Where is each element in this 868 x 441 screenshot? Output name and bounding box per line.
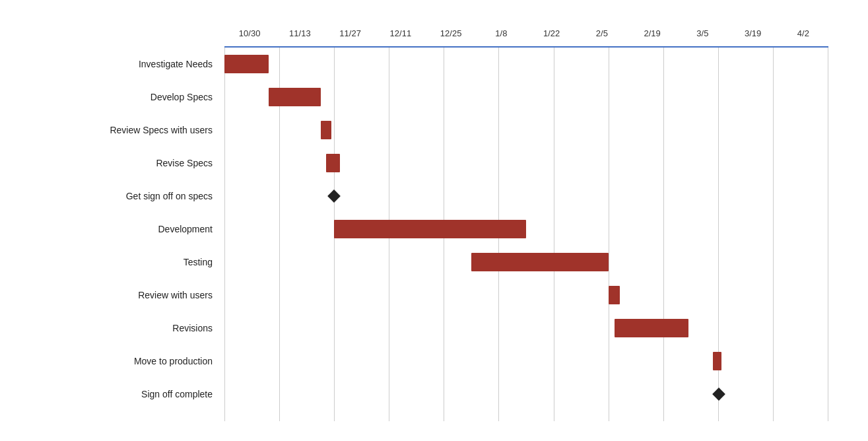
timeline-label-12-11: 12/11 xyxy=(376,28,426,38)
task-label-development: Development xyxy=(13,224,224,234)
task-bar-area-review-with-users xyxy=(224,279,828,312)
task-label-move-to-production: Move to production xyxy=(13,356,224,366)
bar-development xyxy=(334,220,526,238)
bar-revisions xyxy=(615,319,688,337)
timeline-label-3-19: 3/19 xyxy=(728,28,778,38)
timeline-label-12-25: 12/25 xyxy=(426,28,476,38)
bar-move-to-production xyxy=(713,352,721,370)
task-label-sign-off-specs: Get sign off on specs xyxy=(13,191,224,201)
timeline-label-11-13: 11/13 xyxy=(275,28,325,38)
tasks-area: Investigate NeedsDevelop SpecsReview Spe… xyxy=(13,48,828,421)
bar-testing xyxy=(471,253,609,271)
task-bar-area-review-specs-users xyxy=(224,114,828,147)
timeline-label-3-5: 3/5 xyxy=(677,28,727,38)
task-bar-area-move-to-production xyxy=(224,345,828,378)
milestone-sign-off-specs xyxy=(327,189,341,203)
task-row-revise-specs: Revise Specs xyxy=(13,147,828,180)
task-row-move-to-production: Move to production xyxy=(13,345,828,378)
bar-investigate-needs xyxy=(224,55,269,73)
gantt-chart: 10/3011/1311/2712/1112/251/81/222/52/193… xyxy=(0,0,868,441)
task-bar-area-sign-off-specs xyxy=(224,180,828,213)
task-row-review-specs-users: Review Specs with users xyxy=(13,114,828,147)
timeline-label-11-27: 11/27 xyxy=(325,28,376,38)
bar-revise-specs xyxy=(326,154,340,172)
task-row-testing: Testing xyxy=(13,246,828,279)
task-label-sign-off-complete: Sign off complete xyxy=(13,389,224,399)
timeline-header: 10/3011/1311/2712/1112/251/81/222/52/193… xyxy=(224,20,828,46)
bar-review-specs-users xyxy=(321,121,332,139)
task-bar-area-revise-specs xyxy=(224,147,828,180)
task-label-develop-specs: Develop Specs xyxy=(13,92,224,102)
task-bar-area-testing xyxy=(224,246,828,279)
timeline-label-2-19: 2/19 xyxy=(627,28,677,38)
timeline-labels: 10/3011/1311/2712/1112/251/81/222/52/193… xyxy=(224,28,828,38)
timeline-label-2-5: 2/5 xyxy=(577,28,627,38)
task-row-investigate-needs: Investigate Needs xyxy=(13,48,828,81)
task-bar-area-development xyxy=(224,213,828,246)
task-label-review-specs-users: Review Specs with users xyxy=(13,125,224,135)
task-row-development: Development xyxy=(13,213,828,246)
task-row-develop-specs: Develop Specs xyxy=(13,81,828,114)
chart-inner: 10/3011/1311/2712/1112/251/81/222/52/193… xyxy=(13,20,828,421)
task-bar-area-sign-off-complete xyxy=(224,378,828,411)
bar-review-with-users xyxy=(609,286,620,304)
task-label-revise-specs: Revise Specs xyxy=(13,158,224,168)
task-bar-area-revisions xyxy=(224,312,828,345)
timeline-label-4-2: 4/2 xyxy=(778,28,828,38)
task-row-sign-off-specs: Get sign off on specs xyxy=(13,180,828,213)
task-label-revisions: Revisions xyxy=(13,323,224,333)
task-label-investigate-needs: Investigate Needs xyxy=(13,59,224,69)
bar-develop-specs xyxy=(269,88,321,106)
task-row-sign-off-complete: Sign off complete xyxy=(13,378,828,411)
task-row-review-with-users: Review with users xyxy=(13,279,828,312)
task-label-review-with-users: Review with users xyxy=(13,290,224,300)
task-label-testing: Testing xyxy=(13,257,224,267)
milestone-sign-off-complete xyxy=(712,388,725,401)
task-bar-area-investigate-needs xyxy=(224,48,828,81)
timeline-label-1-22: 1/22 xyxy=(527,28,577,38)
task-bar-area-develop-specs xyxy=(224,81,828,114)
timeline-label-1-8: 1/8 xyxy=(476,28,526,38)
task-row-revisions: Revisions xyxy=(13,312,828,345)
timeline-label-10-30: 10/30 xyxy=(224,28,275,38)
